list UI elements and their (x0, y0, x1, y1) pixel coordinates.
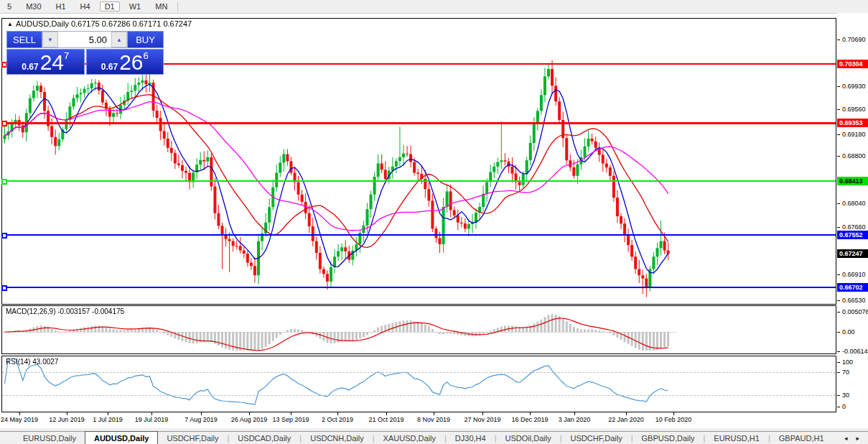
price-tick-label: 0.70690 (842, 36, 866, 43)
indicator-tick-label: 0.00 (842, 328, 855, 336)
indicator-tick-mark (837, 372, 840, 373)
line-anchor-handle[interactable] (1, 121, 7, 126)
price-tick-mark (837, 156, 840, 157)
price-tick-label: 0.69180 (842, 131, 866, 138)
tab-usdchf-daily[interactable]: USDCHF,Daily (562, 432, 631, 444)
indicator-tick-label: 0.005076 (842, 308, 868, 315)
indicator-tick-mark (837, 332, 840, 333)
tabs-scroll-right-icon[interactable]: ▸ (851, 435, 864, 442)
price-tick-mark (837, 86, 840, 87)
date-tick-mark (291, 412, 291, 415)
timeframe-toolbar: 5M30H1H4D1W1MN (0, 0, 868, 14)
date-tick-mark (151, 412, 152, 415)
indicator-tick-mark (837, 395, 840, 396)
price-badge-0.68413: 0.68413 (837, 177, 868, 185)
sell-price-display[interactable]: 0.67 24 7 (6, 49, 85, 75)
price-tick-mark (837, 300, 840, 301)
timeframe-button-m30[interactable]: M30 (21, 1, 46, 11)
trading-terminal-window: 5M30H1H4D1W1MN ▲AUDUSD,Daily 0.67175 0.6… (0, 0, 868, 444)
sell-price-big: 24 (40, 53, 64, 72)
rsi-level-line (2, 372, 836, 373)
line-anchor-handle[interactable] (1, 233, 7, 239)
support-resistance-line[interactable] (2, 234, 836, 236)
toolbar-separator (177, 2, 178, 11)
price-badge-0.67552: 0.67552 (837, 231, 868, 239)
collapse-icon[interactable]: ▲ (7, 21, 13, 27)
price-tick-mark (837, 40, 840, 40)
tabbar-left-gap (0, 432, 14, 444)
date-tick-mark (434, 412, 434, 415)
date-tick-label: 7 Aug 2019 (185, 416, 218, 423)
buy-price-display[interactable]: 0.67 26 6 (86, 49, 164, 75)
tab-usdcnh-daily[interactable]: USDCNH,Daily (302, 432, 373, 444)
sell-button[interactable]: SELL (6, 31, 42, 48)
sell-price-prefix: 0.67 (22, 62, 38, 72)
price-axis: 0.706900.699300.695600.691800.688000.680… (837, 13, 868, 431)
timeframe-button-h4[interactable]: H4 (75, 1, 95, 11)
timeframe-button-h1[interactable]: H1 (51, 1, 71, 11)
indicator-tick-label: 30 (842, 392, 849, 399)
buy-price-prefix: 0.67 (101, 62, 118, 72)
indicator-tick-mark (837, 407, 840, 407)
volume-spinner: ▼ 5.00 ▲ (42, 31, 128, 48)
support-resistance-line[interactable] (2, 122, 836, 124)
date-tick-label: 16 Dec 2019 (511, 416, 548, 423)
date-tick-mark (108, 412, 108, 415)
volume-increase-button[interactable]: ▲ (111, 32, 127, 47)
buy-price-sup: 6 (144, 51, 149, 60)
timeframe-button-d1[interactable]: D1 (100, 1, 120, 11)
price-tick-mark (837, 227, 840, 228)
buy-button[interactable]: BUY (128, 31, 164, 48)
indicator-tick-mark (837, 362, 840, 363)
support-resistance-line[interactable] (2, 180, 836, 182)
tab-usdchf-daily[interactable]: USDCHF,Daily (158, 432, 227, 444)
tab-eurusd-h1[interactable]: EURUSD,H1 (705, 432, 768, 444)
date-tick-label: 24 May 2019 (1, 416, 38, 423)
chart-title-text: AUDUSD,Daily 0.67175 0.67286 0.67171 0.6… (16, 19, 192, 28)
tab-gbpaud-h1[interactable]: GBPAUD,H1 (770, 432, 833, 444)
line-anchor-handle[interactable] (1, 285, 7, 291)
date-tick-label: 12 Jun 2019 (49, 416, 85, 423)
date-tick-mark (626, 412, 627, 415)
tab-usdcad-daily[interactable]: USDCAD,Daily (229, 432, 299, 444)
buy-price-big: 26 (119, 53, 143, 72)
one-click-trading-panel: SELL ▼ 5.00 ▲ BUY 0.67 24 7 0.67 26 6 (6, 31, 164, 75)
volume-value[interactable]: 5.00 (58, 32, 111, 47)
date-tick-mark (482, 412, 483, 415)
rsi-canvas[interactable] (2, 356, 836, 411)
tab-usdoil-daily[interactable]: USDOil,Daily (496, 432, 559, 444)
price-tick-label: 0.68040 (842, 200, 866, 207)
line-anchor-handle[interactable] (1, 179, 7, 185)
tab-dj30-h4[interactable]: DJ30,H4 (447, 432, 495, 444)
tab-audusd-daily[interactable]: AUDUSD,Daily (85, 431, 158, 444)
price-badge-0.66702: 0.66702 (837, 283, 868, 292)
rsi-label: RSI(14) 43.0027 (6, 358, 58, 366)
date-tick-label: 8 Nov 2019 (417, 416, 450, 423)
date-tick-label: 3 Jan 2020 (559, 416, 591, 423)
price-tick-label: 0.69930 (842, 83, 866, 90)
tabs-scroll-left-icon[interactable]: ◂ (840, 435, 852, 442)
timeframe-button-5[interactable]: 5 (2, 1, 17, 11)
date-tick-label: 27 Nov 2019 (464, 416, 500, 423)
price-tick-label: 0.69560 (842, 106, 866, 113)
indicator-tick-label: -0.006148 (842, 348, 868, 355)
price-tick-label: 0.68800 (842, 152, 866, 159)
tab-xauusd-daily[interactable]: XAUUSD,Daily (375, 432, 444, 444)
price-tick-mark (837, 274, 840, 275)
price-tick-mark (837, 203, 840, 204)
tab-eurusd-daily[interactable]: EURUSD,Daily (14, 432, 85, 444)
tab-gbpusd-daily[interactable]: GBPUSD,Daily (633, 432, 704, 444)
price-tick-label: 0.66910 (842, 271, 866, 278)
date-axis: 24 May 201912 Jun 20191 Jul 201919 Jul 2… (0, 412, 836, 428)
date-tick-label: 26 Aug 2019 (231, 416, 268, 423)
support-resistance-line[interactable] (2, 287, 836, 288)
date-tick-mark (673, 412, 674, 415)
timeframe-button-mn[interactable]: MN (150, 1, 172, 11)
macd-canvas[interactable] (2, 306, 836, 353)
price-tick-label: 0.67660 (842, 223, 866, 231)
volume-decrease-button[interactable]: ▼ (42, 32, 58, 47)
timeframe-button-w1[interactable]: W1 (124, 1, 146, 11)
date-tick-label: 10 Feb 2020 (655, 416, 692, 423)
price-badge-0.70304: 0.70304 (837, 60, 868, 68)
date-tick-mark (67, 412, 67, 415)
